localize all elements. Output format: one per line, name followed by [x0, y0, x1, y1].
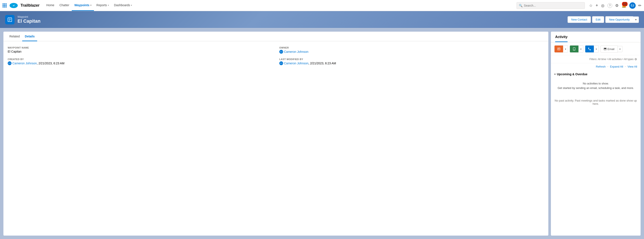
main-layout: Related Details Waypoint Name El Capitan… [0, 28, 644, 239]
last-modified-date: , 2/21/2023, 6:23 AM [308, 62, 336, 65]
activity-header: Activity [551, 32, 640, 42]
refresh-link[interactable]: Refresh [596, 65, 606, 68]
owner-value: CJ Cameron Johnson [279, 50, 544, 54]
search-bar: 🔍 [516, 2, 585, 9]
new-event-button[interactable] [585, 46, 594, 52]
top-nav-actions: ☆ + ◎ ? ⚙ 🔔 12 CJ [589, 2, 636, 9]
new-task-group: ▾ [554, 45, 568, 53]
created-by-field: Created By CJ Cameron Johnson, 2/21/2023… [8, 58, 272, 65]
no-activities-line2: Get started by sending an email, schedul… [554, 86, 637, 90]
details-content: Waypoint Name El Capitan ✎ Owner CJ Came… [4, 41, 548, 75]
object-type-label: Waypoint [18, 16, 40, 18]
app-name: Trailblazer [20, 3, 40, 8]
field-row-1: Waypoint Name El Capitan ✎ Owner CJ Came… [8, 46, 544, 54]
view-all-link[interactable]: View All [628, 65, 637, 68]
email-button-label: Email [608, 48, 614, 51]
user-avatar[interactable]: CJ [629, 2, 636, 9]
email-group: Email ▾ [600, 45, 622, 53]
tab-details[interactable]: Details [22, 32, 37, 41]
activity-title: Activity [555, 35, 568, 42]
record-header-left: Waypoint El Capitan [5, 15, 40, 24]
no-activities-message: No activities to show. Get started by se… [554, 78, 637, 94]
sep-1: • [607, 65, 608, 68]
waypoint-name-label: Waypoint Name [8, 46, 272, 49]
new-event-caret-icon[interactable]: ▾ [594, 46, 598, 52]
activity-links: Refresh • Expand All • View All [551, 63, 640, 70]
waypoint-name-value: El Capitan [8, 50, 272, 53]
log-call-group: ▾ [570, 45, 583, 53]
new-task-caret-icon[interactable]: ▾ [563, 46, 568, 52]
log-call-caret-icon[interactable]: ▾ [578, 46, 583, 52]
search-input[interactable] [524, 4, 582, 7]
filters-gear-icon[interactable]: ⚙ [634, 58, 637, 61]
upcoming-label: Upcoming & Overdue [557, 73, 588, 76]
last-modified-field: Last Modified By CJ Cameron Johnson, 2/2… [279, 58, 544, 65]
owner-field: Owner CJ Cameron Johnson ✎ [279, 46, 544, 54]
app-launcher-icon[interactable] [2, 4, 7, 8]
dashboards-chevron-icon: ▾ [131, 4, 132, 7]
upcoming-header[interactable]: ▾ Upcoming & Overdue [554, 70, 637, 78]
waypoint-name-field: Waypoint Name El Capitan ✎ [8, 46, 272, 54]
nav-dashboards[interactable]: Dashboards ▾ [112, 0, 135, 11]
activity-actions: ▾ ▾ ▾ Email ▾ [551, 42, 640, 55]
owner-value-inline: CJ Cameron Johnson [279, 50, 544, 54]
tab-related[interactable]: Related [7, 32, 22, 41]
new-opportunity-group: New Opportunity ▾ [605, 16, 639, 23]
last-modified-value: CJ Cameron Johnson, 2/21/2023, 6:23 AM [279, 61, 544, 65]
nav-chatter[interactable]: Chatter [57, 0, 72, 11]
last-modified-label: Last Modified By [279, 58, 544, 61]
no-past-activity: No past activity. Past meetings and task… [551, 94, 640, 111]
filters-row: Filters: All time • All activities • All… [551, 55, 640, 63]
nav-home[interactable]: Home [44, 0, 57, 11]
add-icon[interactable]: + [596, 3, 598, 8]
created-date: , 2/21/2023, 6:23 AM [37, 62, 64, 65]
nav-reports[interactable]: Reports ▾ [94, 0, 112, 11]
sep-2: • [625, 65, 626, 68]
filters-label: Filters: All time • All activities • All… [590, 58, 634, 61]
upcoming-chevron-icon: ▾ [554, 73, 556, 76]
edit-button[interactable]: Edit [592, 16, 604, 23]
created-by-link[interactable]: Cameron Johnson [12, 62, 37, 65]
nav-waypoints[interactable]: Waypoints ▾ [72, 0, 94, 11]
field-row-2: Created By CJ Cameron Johnson, 2/21/2023… [8, 58, 544, 65]
notification-count: 12 [622, 2, 628, 6]
favorites-icon[interactable]: ☆ [589, 3, 592, 8]
main-nav: Home Chatter Waypoints ▾ Reports ▾ Dashb… [44, 0, 514, 11]
waypoints-chevron-icon: ▾ [90, 4, 92, 7]
right-panel: Activity ▾ ▾ ▾ [551, 32, 640, 235]
owner-avatar-icon: CJ [279, 50, 283, 54]
last-modified-inline: CJ Cameron Johnson, 2/21/2023, 6:23 AM [279, 61, 544, 65]
svg-text:sf: sf [13, 5, 14, 7]
created-by-value: CJ Cameron Johnson, 2/21/2023, 6:23 AM [8, 61, 272, 65]
left-panel: Related Details Waypoint Name El Capitan… [4, 32, 548, 235]
email-caret-icon[interactable]: ▾ [618, 46, 622, 52]
new-opportunity-button[interactable]: New Opportunity [605, 16, 633, 23]
new-task-button[interactable] [554, 46, 563, 52]
setup-icon[interactable]: ⚙ [615, 3, 618, 8]
page-header: Waypoint El Capitan New Contact Edit New… [0, 11, 644, 28]
assistant-icon[interactable]: ◎ [601, 3, 604, 8]
new-opportunity-dropdown-icon[interactable]: ▾ [633, 17, 639, 23]
record-name: El Capitan [18, 18, 40, 24]
email-button[interactable]: Email [600, 46, 618, 53]
global-edit-icon[interactable]: ✏ [638, 3, 642, 8]
expand-all-link[interactable]: Expand All [610, 65, 623, 68]
help-icon[interactable]: ? [608, 3, 612, 8]
header-actions: New Contact Edit New Opportunity ▾ [568, 16, 639, 23]
record-tabs: Related Details [4, 32, 548, 41]
new-contact-button[interactable]: New Contact [568, 16, 590, 23]
notifications-button[interactable]: 🔔 12 [622, 3, 626, 8]
upcoming-section: ▾ Upcoming & Overdue No activities to sh… [551, 70, 640, 94]
reports-chevron-icon: ▾ [108, 4, 109, 7]
svg-rect-5 [573, 48, 575, 50]
owner-link[interactable]: Cameron Johnson [284, 50, 308, 54]
record-title-block: Waypoint El Capitan [18, 16, 40, 24]
last-modified-link[interactable]: Cameron Johnson [284, 62, 308, 65]
created-by-inline: CJ Cameron Johnson, 2/21/2023, 6:23 AM [8, 61, 272, 65]
search-icon: 🔍 [519, 4, 522, 7]
salesforce-logo: sf [10, 1, 18, 10]
new-event-group: ▾ [585, 45, 599, 53]
record-type-icon [5, 15, 14, 24]
log-call-button[interactable] [570, 46, 578, 52]
no-activities-line1: No activities to show. [554, 81, 637, 86]
